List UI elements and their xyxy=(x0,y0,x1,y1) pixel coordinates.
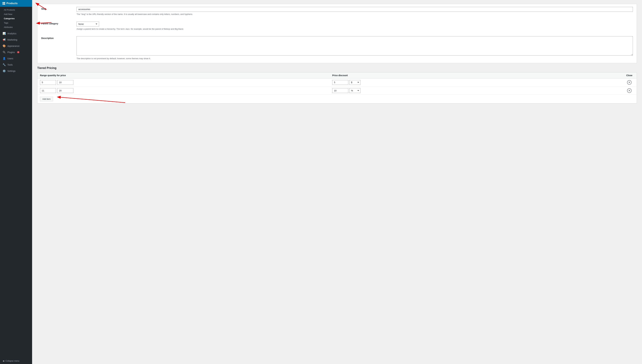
marketing-label: Marketing xyxy=(8,38,17,41)
col-range-header: Range quantity for price xyxy=(40,74,332,77)
sidebar-item-categories[interactable]: Categories xyxy=(0,16,32,21)
sidebar-item-attributes[interactable]: Attributes xyxy=(0,25,32,29)
sidebar-item-plugins[interactable]: 🔌 Plugins 1 xyxy=(0,49,32,55)
description-content: The description is not prominent by defa… xyxy=(77,36,633,60)
tiered-pricing-header: Range quantity for price Price discount … xyxy=(37,72,637,78)
description-label: Description xyxy=(41,36,73,40)
add-item-row: Add item xyxy=(37,95,637,103)
settings-icon: ⚙️ xyxy=(3,70,6,72)
sidebar: Products All Products Add New Categories… xyxy=(0,0,32,364)
tiered-row-1-discount: $ % xyxy=(332,80,623,85)
col-close-header: Close xyxy=(624,74,634,77)
users-icon: 👤 xyxy=(3,57,6,60)
products-menu-header[interactable]: Products xyxy=(0,0,32,7)
products-label: Products xyxy=(7,2,18,5)
description-row: Description The description is not promi… xyxy=(37,33,637,63)
collapse-arrow-icon: ◀ xyxy=(3,360,4,362)
parent-category-help: Assign a parent term to create a hierarc… xyxy=(77,28,633,31)
sidebar-item-tags[interactable]: Tags xyxy=(0,21,32,25)
grid-icon xyxy=(3,2,5,5)
sidebar-item-all-products[interactable]: All Products xyxy=(0,8,32,12)
tiered-row-1-to[interactable] xyxy=(57,80,73,85)
tiered-row-2-range-inputs xyxy=(40,88,331,93)
tiered-pricing-title: Tiered Pricing xyxy=(37,66,637,70)
sidebar-item-analytics[interactable]: 📊 Analytics xyxy=(0,30,32,36)
sidebar-item-tools[interactable]: 🔧 Tools xyxy=(0,62,32,68)
tiered-pricing-table: Range quantity for price Price discount … xyxy=(37,72,637,104)
tiered-pricing-section: Tiered Pricing Range quantity for price … xyxy=(37,66,637,104)
parent-category-row: Parent category None Assign a parent ter… xyxy=(37,19,637,34)
slug-content: The "slug" is the URL-friendly version o… xyxy=(77,7,633,16)
tiered-row-2-close: ✕ xyxy=(624,88,634,93)
sidebar-item-add-new[interactable]: Add New xyxy=(0,12,32,16)
tiered-row-1-range-inputs xyxy=(40,80,331,85)
tiered-row-1-close: ✕ xyxy=(624,80,634,85)
tiered-row-1: $ % ✕ xyxy=(37,78,637,86)
parent-category-content: None Assign a parent term to create a hi… xyxy=(77,22,633,31)
slug-row: Slug The "slug" is the URL-friendly vers… xyxy=(37,4,637,19)
marketing-icon: 📢 xyxy=(3,38,6,41)
analytics-icon: 📊 xyxy=(3,32,6,35)
plugins-icon: 🔌 xyxy=(3,51,6,54)
tiered-row-2-from[interactable] xyxy=(40,88,56,93)
main-content: Slug The "slug" is the URL-friendly vers… xyxy=(32,0,642,364)
products-submenu: All Products Add New Categories Tags Att… xyxy=(0,7,32,30)
sidebar-item-settings[interactable]: ⚙️ Settings xyxy=(0,68,32,74)
tiered-row-2: $ % ✕ xyxy=(37,86,637,95)
tiered-row-1-discount-type[interactable]: $ % xyxy=(349,80,361,85)
tiered-row-1-discount-value[interactable] xyxy=(332,80,348,85)
tiered-row-1-close-button[interactable]: ✕ xyxy=(627,80,631,85)
collapse-menu-button[interactable]: ◀ Collapse menu xyxy=(0,358,32,364)
tiered-row-2-discount: $ % xyxy=(332,88,623,93)
parent-category-select[interactable]: None xyxy=(77,22,99,26)
slug-label: Slug xyxy=(41,7,73,10)
description-help: The description is not prominent by defa… xyxy=(77,57,633,60)
analytics-label: Analytics xyxy=(8,32,16,35)
sidebar-item-appearance[interactable]: 🎨 Appearance xyxy=(0,43,32,49)
users-label: Users xyxy=(8,57,13,60)
add-item-button[interactable]: Add item xyxy=(40,97,53,101)
tiered-row-2-discount-value[interactable] xyxy=(332,88,348,93)
appearance-label: Appearance xyxy=(8,45,20,47)
sidebar-item-marketing[interactable]: 📢 Marketing xyxy=(0,36,32,43)
tiered-row-2-to[interactable] xyxy=(57,88,73,93)
slug-help: The "slug" is the URL-friendly version o… xyxy=(77,13,633,16)
parent-category-label: Parent category xyxy=(41,22,73,25)
plugins-badge: 1 xyxy=(17,51,20,53)
sidebar-item-users[interactable]: 👤 Users xyxy=(0,55,32,62)
plugins-label: Plugins xyxy=(8,51,15,54)
collapse-label: Collapse menu xyxy=(6,360,20,362)
tiered-row-2-discount-type[interactable]: $ % xyxy=(349,88,361,93)
tiered-row-1-from[interactable] xyxy=(40,80,56,85)
appearance-icon: 🎨 xyxy=(3,44,6,48)
tiered-row-2-close-button[interactable]: ✕ xyxy=(627,88,631,93)
slug-input[interactable] xyxy=(77,7,633,12)
tools-icon: 🔧 xyxy=(3,63,6,66)
col-discount-header: Price discount xyxy=(332,74,624,77)
description-textarea[interactable] xyxy=(77,36,633,56)
settings-label: Settings xyxy=(8,70,16,72)
tools-label: Tools xyxy=(8,64,13,66)
